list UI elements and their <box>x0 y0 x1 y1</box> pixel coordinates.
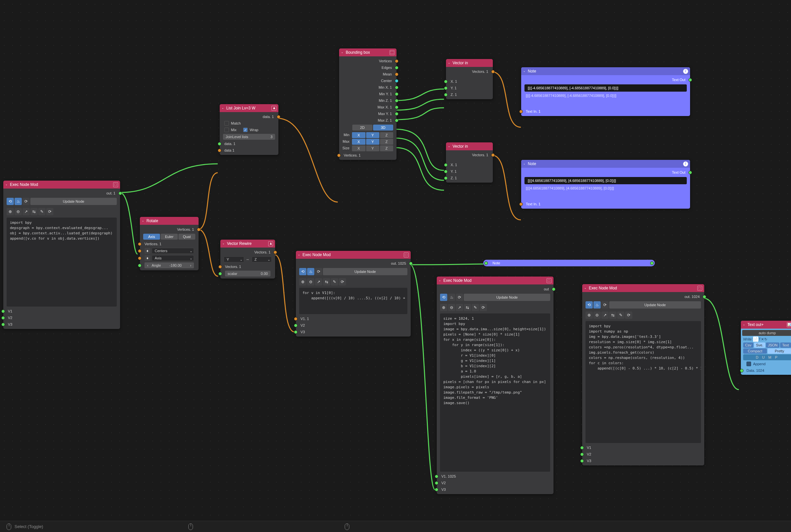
tool[interactable]: ⟳ <box>339 278 346 285</box>
input-socket[interactable] <box>484 261 488 265</box>
update-button[interactable]: Update Node <box>30 198 117 205</box>
icon-btn[interactable]: ⟲ <box>440 294 447 301</box>
graph-icon[interactable]: 📊 <box>787 322 791 327</box>
node-header[interactable]: ⌄Text out+📊 <box>741 321 791 329</box>
person-icon[interactable]: ♟ <box>268 241 273 246</box>
update-button[interactable]: Update Node <box>323 268 407 275</box>
code-block[interactable]: for v in V1[0]: append([((v[0] / 10) ...… <box>299 288 407 314</box>
icon-btn[interactable]: ⟳ <box>456 294 463 301</box>
node-header[interactable]: ⌄Vector in <box>446 59 493 67</box>
input-socket[interactable] <box>294 324 297 327</box>
joinlevel-field[interactable]: JoinLevel lists3 <box>223 134 275 140</box>
note-value[interactable]: [[([-4.685618877410889], [-4.68561887741… <box>525 84 687 92</box>
update-button[interactable]: Update Node <box>464 294 550 301</box>
output-socket[interactable] <box>395 79 399 83</box>
output-socket[interactable] <box>277 115 280 119</box>
output-socket[interactable] <box>395 112 399 116</box>
code-block[interactable]: size = 1024, 1 import bpy image = bpy.da… <box>440 314 550 472</box>
file-icon[interactable]: 📄 <box>753 337 758 342</box>
pretty-button[interactable]: Pretty <box>768 348 791 354</box>
input-socket[interactable] <box>337 154 341 157</box>
output-socket[interactable] <box>395 86 399 89</box>
mix-checkbox[interactable] <box>224 128 229 132</box>
refresh-icon[interactable]: ↻ <box>764 337 767 341</box>
input-socket[interactable] <box>444 176 448 180</box>
output-socket[interactable] <box>273 250 277 254</box>
tool[interactable]: ⟳ <box>625 311 632 319</box>
input-socket[interactable] <box>519 203 523 206</box>
dump-button[interactable]: D U M P <box>743 354 791 360</box>
axis2-dropdown[interactable]: Z <box>252 256 272 262</box>
compact-button[interactable]: Compact <box>743 348 767 354</box>
link-icon[interactable]: ♦ <box>145 255 150 261</box>
tool[interactable]: ⊖ <box>448 304 455 311</box>
input-socket[interactable] <box>444 87 448 90</box>
code-block[interactable]: import bpy import numpy as np img = bpy.… <box>586 321 701 443</box>
input-socket[interactable] <box>218 265 222 269</box>
node-header[interactable]: ⌄ List Join Lv=3 W ♟ <box>220 104 278 112</box>
expand-icon[interactable]: ⬚ <box>697 286 702 291</box>
output-socket[interactable] <box>197 228 201 231</box>
csv-button[interactable]: Csv <box>743 342 753 348</box>
input-socket[interactable] <box>444 170 448 173</box>
input-socket[interactable] <box>580 459 584 463</box>
input-socket[interactable] <box>138 242 142 246</box>
icon-btn[interactable]: ⟳ <box>601 301 609 308</box>
input-socket[interactable] <box>138 256 142 260</box>
input-socket[interactable] <box>1 309 5 313</box>
node-header[interactable]: ⌄ Exec Node Mod ⬚ <box>3 180 120 189</box>
tool[interactable]: ⊖ <box>593 311 601 319</box>
input-socket[interactable] <box>435 481 438 485</box>
input-socket[interactable] <box>1 323 5 326</box>
tool[interactable]: ⇆ <box>464 304 471 311</box>
node-header[interactable]: ⌄ Rotate <box>140 217 199 225</box>
icon-btn[interactable]: ♨ <box>593 301 601 308</box>
tool-3[interactable]: ↗ <box>22 208 30 215</box>
node-header[interactable]: ⌄ Vector Rewire ♟ <box>220 240 275 248</box>
axis1-dropdown[interactable]: Y <box>224 256 244 262</box>
input-socket[interactable] <box>138 249 142 253</box>
input-socket[interactable] <box>444 93 448 97</box>
tool[interactable]: ⊕ <box>440 304 447 311</box>
update-button[interactable]: Update Node <box>609 301 701 308</box>
tool[interactable]: ↗ <box>315 278 322 285</box>
tool[interactable]: ↗ <box>601 311 609 319</box>
tool-6[interactable]: ⟳ <box>46 208 53 215</box>
tool[interactable]: ⇆ <box>609 311 617 319</box>
link-icon[interactable]: ♦ <box>145 248 150 254</box>
mode-quat[interactable]: Quat <box>179 234 195 240</box>
input-socket[interactable] <box>435 475 438 478</box>
expand-icon[interactable]: ⬚ <box>404 252 409 258</box>
input-socket[interactable] <box>444 163 448 167</box>
note-collapsed[interactable]: › Note <box>483 260 655 266</box>
tool-2[interactable]: ⊖ <box>15 208 22 215</box>
icon-btn[interactable]: ♨ <box>448 294 455 301</box>
input-socket[interactable] <box>740 369 743 373</box>
expand-icon[interactable]: ⬚ <box>113 182 118 187</box>
output-socket[interactable] <box>688 78 692 82</box>
person-icon[interactable]: ♟ <box>272 106 276 111</box>
code-block[interactable]: import bpy depsgraph = bpy.context.evalu… <box>6 217 117 306</box>
output-socket[interactable] <box>688 171 692 174</box>
tool[interactable]: ⊖ <box>307 278 314 285</box>
tool[interactable]: ✎ <box>472 304 479 311</box>
icon-btn[interactable]: ⟳ <box>315 268 322 275</box>
input-socket[interactable] <box>1 316 5 320</box>
output-socket[interactable] <box>650 261 654 265</box>
tool[interactable]: ⊕ <box>299 278 307 285</box>
output-socket[interactable] <box>491 70 495 74</box>
mode-euler[interactable]: Euler <box>161 234 178 240</box>
input-socket[interactable] <box>138 264 142 267</box>
output-socket[interactable] <box>395 119 399 122</box>
close-icon[interactable]: ✕ <box>761 337 764 341</box>
node-header[interactable]: ⌄ Bounding box ⛶ <box>339 49 397 56</box>
output-socket[interactable] <box>395 66 399 70</box>
wrap-checkbox[interactable]: ✓ <box>243 128 248 132</box>
input-socket[interactable] <box>580 446 584 450</box>
match-checkbox[interactable] <box>224 121 229 126</box>
icon-btn-2[interactable]: ♨ <box>15 198 22 205</box>
input-socket[interactable] <box>294 330 297 334</box>
icon-btn-1[interactable]: ⟲ <box>6 198 14 205</box>
json-button[interactable]: JSON <box>766 342 779 348</box>
scalar-field[interactable]: scalar0.00 <box>225 271 271 277</box>
